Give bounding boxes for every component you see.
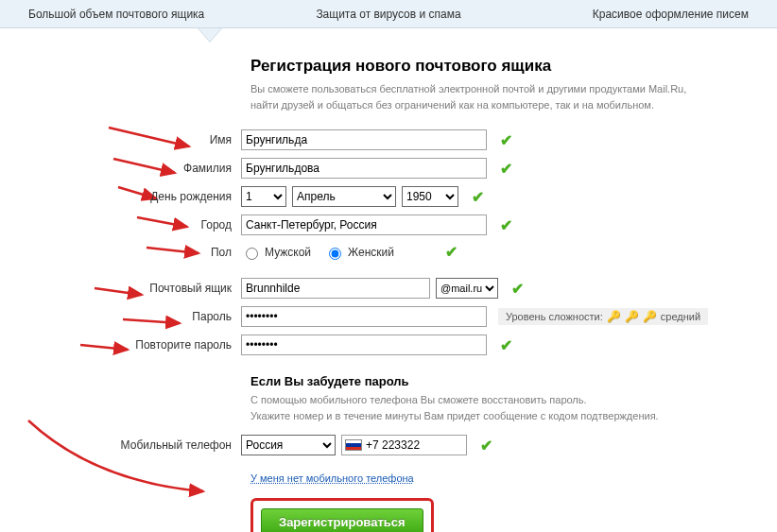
password-input[interactable] <box>241 306 487 327</box>
top-tabs: Большой объем почтового ящика Защита от … <box>0 0 777 28</box>
password-strength: Уровень сложности: 🔑 🔑 🔑 средний <box>498 308 708 325</box>
check-icon: ✔ <box>500 160 512 178</box>
firstname-input[interactable] <box>241 129 487 150</box>
label-birthday: День рождения <box>118 190 241 203</box>
strength-level: средний <box>661 311 700 322</box>
label-lastname: Фамилия <box>118 162 241 175</box>
label-city: Город <box>118 218 241 232</box>
page-title: Регистрация нового почтового ящика <box>250 57 761 76</box>
no-phone-link[interactable]: У меня нет мобильного телефона <box>250 472 414 484</box>
page-subtitle: Вы сможете пользоваться бесплатной элект… <box>250 81 761 112</box>
mailbox-input[interactable] <box>241 278 430 299</box>
key-icon: 🔑 <box>625 310 639 323</box>
label-gender: Пол <box>118 246 241 259</box>
check-icon: ✔ <box>445 243 458 261</box>
check-icon: ✔ <box>500 131 512 149</box>
label-mailbox: Почтовый ящик <box>118 282 241 295</box>
check-icon: ✔ <box>511 280 524 298</box>
label-password: Пароль <box>118 310 241 323</box>
flag-russia-icon <box>345 439 362 451</box>
mail-domain-select[interactable]: @mail.ru <box>436 278 498 299</box>
forgot-subtitle: С помощью мобильного телефона Вы сможете… <box>250 392 761 423</box>
lastname-input[interactable] <box>241 158 487 179</box>
phone-input[interactable] <box>362 437 466 454</box>
phone-country-select[interactable]: Россия <box>241 435 336 455</box>
register-button[interactable]: Зарегистрироваться <box>261 508 423 532</box>
gender-male-radio[interactable] <box>246 248 258 260</box>
forgot-title: Если Вы забудете пароль <box>250 374 761 388</box>
birthday-month-select[interactable]: Апрель <box>292 186 396 207</box>
tab-virus-spam[interactable]: Защита от вирусов и спама <box>287 8 489 21</box>
birthday-day-select[interactable]: 1 <box>241 186 286 207</box>
label-phone: Мобильный телефон <box>118 438 241 452</box>
password2-input[interactable] <box>241 335 487 355</box>
strength-label: Уровень сложности: <box>506 311 603 322</box>
check-icon: ✔ <box>500 216 512 234</box>
tab-mailbox-size[interactable]: Большой объем почтового ящика <box>0 8 233 21</box>
label-firstname: Имя <box>118 133 241 146</box>
city-input[interactable] <box>241 215 487 235</box>
check-icon: ✔ <box>500 336 512 354</box>
check-icon: ✔ <box>472 188 484 206</box>
birthday-year-select[interactable]: 1950 <box>402 186 458 207</box>
key-icon: 🔑 <box>607 310 621 323</box>
gender-female-radio[interactable] <box>329 248 341 260</box>
tab-design[interactable]: Красивое оформление писем <box>564 8 777 21</box>
annotation-arrows <box>0 28 222 529</box>
register-highlight: Зарегистрироваться <box>250 498 434 532</box>
key-icon: 🔑 <box>643 310 657 323</box>
gender-male-label: Мужской <box>265 246 311 259</box>
gender-female-label: Женский <box>348 246 394 259</box>
label-password2: Повторите пароль <box>118 338 241 352</box>
check-icon: ✔ <box>480 437 492 455</box>
